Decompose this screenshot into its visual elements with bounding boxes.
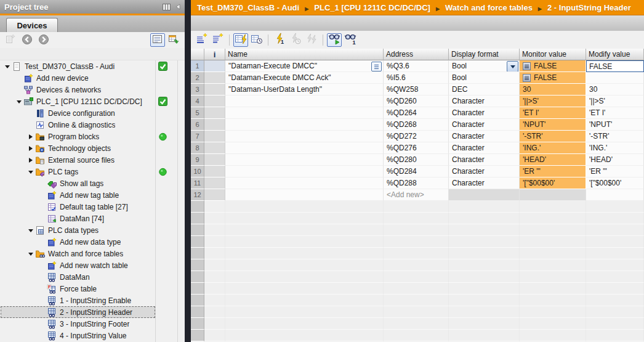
cell-display-format[interactable]: Bool [449, 60, 520, 72]
tree-item[interactable]: Technology objects [0, 142, 185, 154]
cell-address[interactable]: %QD276 [384, 142, 449, 154]
cell-name[interactable] [225, 107, 384, 119]
cell-display-format[interactable]: Character [449, 96, 520, 107]
cell-modify-value[interactable]: '-STR' [586, 131, 644, 142]
tree-item[interactable]: PLC data types [0, 224, 185, 236]
tree-item[interactable]: Program blocks [0, 131, 185, 142]
modify-all-button[interactable] [304, 33, 319, 47]
tree-item[interactable]: Add new device [0, 72, 185, 84]
expander-icon[interactable] [26, 226, 35, 235]
tree-item[interactable]: DataMan [74] [0, 213, 185, 224]
modify-with-trigger-button[interactable] [288, 33, 303, 47]
tree-item[interactable]: DataMan [0, 271, 185, 283]
row-number[interactable]: 9 [191, 154, 204, 166]
expander-icon[interactable] [26, 156, 35, 165]
column-header-info[interactable]: i [204, 49, 225, 60]
column-header-monitor-value[interactable]: Monitor value [520, 49, 586, 60]
cell-address[interactable]: %QW258 [384, 84, 449, 96]
cell-display-format[interactable]: Bool [449, 72, 520, 84]
row-number[interactable]: 5 [191, 107, 204, 119]
cell-address[interactable]: %QD284 [384, 166, 449, 177]
column-header-display-format[interactable]: Display format [449, 49, 520, 60]
column-header-name[interactable]: Name [225, 49, 384, 60]
cell-name[interactable] [225, 189, 384, 201]
cell-name[interactable] [225, 142, 384, 154]
cell-modify-value[interactable]: 'ET I' [586, 107, 644, 119]
cell-monitor-value[interactable] [520, 189, 586, 201]
open-table-view-button[interactable] [167, 33, 182, 47]
cell-address[interactable]: <Add new> [384, 189, 449, 201]
cell-name[interactable] [225, 177, 384, 189]
cell-display-format[interactable]: DEC [449, 84, 520, 96]
cell-modify-value[interactable] [586, 72, 644, 84]
tree-item[interactable]: Device configuration [0, 107, 185, 119]
cell-name[interactable] [225, 119, 384, 131]
monitor-value-checkbox[interactable] [523, 74, 531, 82]
cell-monitor-value[interactable]: 30 [520, 84, 586, 96]
column-header-modify-value[interactable]: Modify value [586, 49, 644, 60]
tree-item[interactable]: FForce table [0, 283, 185, 295]
display-format-dropdown-button[interactable] [507, 61, 518, 72]
tag-selector-button[interactable] [371, 62, 382, 71]
cell-name[interactable] [225, 131, 384, 142]
navigate-back-button[interactable] [20, 33, 34, 47]
cell-address[interactable]: %QD272 [384, 131, 449, 142]
cell-address[interactable]: %QD264 [384, 107, 449, 119]
row-number[interactable]: 3 [191, 84, 204, 96]
tree-item[interactable]: Online & diagnostics [0, 119, 185, 131]
expander-icon[interactable] [3, 62, 12, 71]
cell-display-format[interactable]: Character [449, 119, 520, 131]
cell-address[interactable]: %QD268 [384, 119, 449, 131]
tree-item[interactable]: 4 - InputString Value [0, 330, 185, 341]
cell-display-format[interactable]: Character [449, 107, 520, 119]
cell-name[interactable] [225, 166, 384, 177]
cell-monitor-value[interactable]: 'ET I' [520, 107, 586, 119]
tree-item[interactable]: Add new watch table [0, 259, 185, 271]
cell-monitor-value[interactable]: 'HEAD' [520, 154, 586, 166]
tree-item[interactable]: 2 - InputString Header [0, 306, 185, 318]
tree-item[interactable]: Test_DM370_ClassB - Audi [0, 60, 185, 72]
cell-monitor-value[interactable]: 'ING.' [520, 142, 586, 154]
row-number[interactable]: 11 [191, 177, 204, 189]
cell-display-format[interactable] [449, 189, 520, 201]
collapse-panel-icon[interactable] [175, 4, 180, 10]
row-number[interactable]: 4 [191, 96, 204, 107]
insert-row-button[interactable] [195, 33, 209, 47]
panel-divider[interactable] [185, 0, 191, 342]
tree-item[interactable]: 1 - InputString Enable [0, 295, 185, 306]
tree-item[interactable]: 3 - InputString Footer [0, 318, 185, 330]
expander-icon[interactable] [26, 132, 35, 141]
tree-item[interactable]: PLC tags [0, 166, 185, 177]
cell-modify-value[interactable]: 'HEAD' [586, 154, 644, 166]
new-object-button[interactable] [3, 33, 18, 47]
cell-modify-value[interactable]: 'ER "' [586, 166, 644, 177]
tree-item[interactable]: PLC_1 [CPU 1211C DC/DC/DC] [0, 96, 185, 107]
breadcrumb-item[interactable]: PLC_1 [CPU 1211C DC/DC/DC] [314, 3, 430, 12]
tree-item[interactable]: Devices & networks [0, 84, 185, 96]
cell-display-format[interactable]: Character [449, 166, 520, 177]
cell-monitor-value[interactable]: '["$00$00' [520, 177, 586, 189]
row-number[interactable]: 2 [191, 72, 204, 84]
monitor-all-button[interactable] [233, 33, 248, 47]
row-number[interactable]: 10 [191, 166, 204, 177]
modify-value-input[interactable]: FALSE [586, 60, 644, 72]
cell-display-format[interactable]: Character [449, 142, 520, 154]
cell-name[interactable] [225, 96, 384, 107]
cell-name[interactable]: "Dataman-Execute DMCC Ack" [225, 72, 384, 84]
tree-item[interactable]: External source files [0, 154, 185, 166]
modify-now-button[interactable]: 1 [272, 33, 287, 47]
cell-display-format[interactable]: Character [449, 154, 520, 166]
cell-modify-value[interactable]: '["$00$00' [586, 177, 644, 189]
cell-display-format[interactable]: Character [449, 131, 520, 142]
row-number[interactable]: 1 [191, 60, 204, 72]
row-number[interactable]: 6 [191, 119, 204, 131]
cell-name[interactable]: "Dataman-UserData Length" [225, 84, 384, 96]
breadcrumb-item[interactable]: Test_DM370_ClassB - Audi [197, 3, 299, 12]
cell-monitor-value[interactable]: FALSE [520, 60, 586, 72]
cell-monitor-value[interactable]: '-STR' [520, 131, 586, 142]
monitor-value-checkbox[interactable] [523, 62, 531, 70]
cell-address[interactable]: %I5.6 [384, 72, 449, 84]
navigate-forward-button[interactable] [36, 33, 51, 47]
monitor-visible-button[interactable] [327, 33, 342, 47]
cell-modify-value[interactable]: 'ING.' [586, 142, 644, 154]
